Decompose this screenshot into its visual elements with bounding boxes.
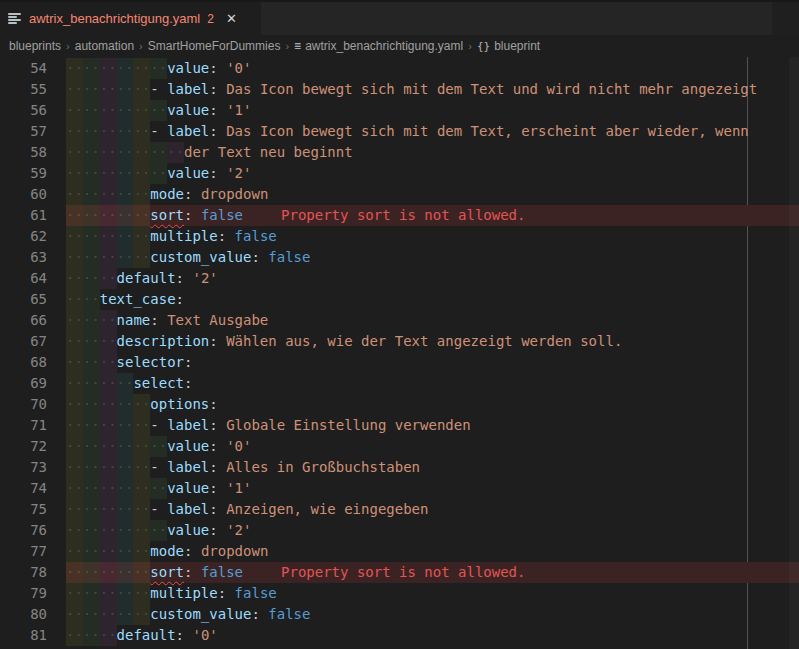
line-number[interactable]: 54 — [0, 58, 66, 79]
indent-guide: ·· — [83, 625, 100, 646]
line-number[interactable]: 77 — [0, 541, 66, 562]
code-line-content[interactable]: ··········sort: falseProperty sort is no… — [66, 205, 799, 226]
code-line[interactable]: 72············value: '0' — [0, 436, 799, 457]
code-line-content[interactable]: ··········multiple: false — [66, 226, 799, 247]
code-line-content[interactable]: ······name: Text Ausgabe — [66, 310, 799, 331]
code-line-content[interactable]: ··········multiple: false — [66, 583, 799, 604]
code-line[interactable]: 81······default: '0' — [0, 625, 799, 646]
indent-guide: ·· — [117, 58, 134, 79]
code-line[interactable]: 64······default: '2' — [0, 268, 799, 289]
line-number[interactable]: 69 — [0, 373, 66, 394]
code-line-content[interactable]: ············value: '1' — [66, 478, 799, 499]
code-line-content[interactable]: ··········mode: dropdown — [66, 184, 799, 205]
code-line-content[interactable]: ············value: '2' — [66, 163, 799, 184]
breadcrumb-item-smarthomefordummies[interactable]: SmartHomeForDummies — [148, 39, 281, 53]
code-line[interactable]: 62··········multiple: false — [0, 226, 799, 247]
breadcrumb-item-blueprint[interactable]: {}blueprint — [477, 39, 540, 53]
indent-guide: ·· — [83, 499, 100, 520]
line-number[interactable]: 68 — [0, 352, 66, 373]
code-line-content[interactable]: ····text_case: — [66, 289, 799, 310]
line-number[interactable]: 64 — [0, 268, 66, 289]
code-line[interactable]: 71··········- label: Globale Einstellung… — [0, 415, 799, 436]
code-line-content[interactable]: ······default: '0' — [66, 625, 799, 646]
line-number[interactable]: 66 — [0, 310, 66, 331]
code-line[interactable]: 65····text_case: — [0, 289, 799, 310]
code-line[interactable]: 70··········options: — [0, 394, 799, 415]
breadcrumb-item-blueprints[interactable]: blueprints — [9, 39, 61, 53]
code-line[interactable]: 58··············der Text neu beginnt — [0, 142, 799, 163]
line-number[interactable]: 78 — [0, 562, 66, 583]
code-line[interactable]: 76············value: '2' — [0, 520, 799, 541]
line-number[interactable]: 60 — [0, 184, 66, 205]
tab-close-icon[interactable]: ✕ — [226, 12, 237, 25]
token: label — [167, 459, 209, 475]
code-line[interactable]: 56············value: '1' — [0, 100, 799, 121]
code-line[interactable]: 60··········mode: dropdown — [0, 184, 799, 205]
code-line[interactable]: 59············value: '2' — [0, 163, 799, 184]
code-line-content[interactable]: ············value: '2' — [66, 520, 799, 541]
scrollbar[interactable] — [789, 57, 799, 649]
editor[interactable]: 54············value: '0'55··········- la… — [0, 57, 799, 649]
breadcrumb-item-awtrix_benachrichtigung.yaml[interactable]: ≡awtrix_benachrichtigung.yaml — [294, 39, 463, 53]
code-line[interactable]: 68······selector: — [0, 352, 799, 373]
indent-guide: ·· — [117, 604, 134, 625]
line-number[interactable]: 67 — [0, 331, 66, 352]
code-line-content[interactable]: ······default: '2' — [66, 268, 799, 289]
code-line-content[interactable]: ··········mode: dropdown — [66, 541, 799, 562]
code-line[interactable]: 55··········- label: Das Icon bewegt sic… — [0, 79, 799, 100]
code-line-content[interactable]: ··········- label: Anzeigen, wie eingege… — [66, 499, 799, 520]
line-number[interactable]: 73 — [0, 457, 66, 478]
code-line-content[interactable]: ··········sort: falseProperty sort is no… — [66, 562, 799, 583]
line-number[interactable]: 62 — [0, 226, 66, 247]
indent-guide: ·· — [133, 142, 150, 163]
line-number[interactable]: 58 — [0, 142, 66, 163]
line-number[interactable]: 57 — [0, 121, 66, 142]
line-number[interactable]: 59 — [0, 163, 66, 184]
line-number[interactable]: 72 — [0, 436, 66, 457]
breadcrumb-item-automation[interactable]: automation — [75, 39, 134, 53]
code-line[interactable]: 78··········sort: falseProperty sort is … — [0, 562, 799, 583]
line-number[interactable]: 71 — [0, 415, 66, 436]
line-number[interactable]: 75 — [0, 499, 66, 520]
line-number[interactable]: 63 — [0, 247, 66, 268]
code-line[interactable]: 75··········- label: Anzeigen, wie einge… — [0, 499, 799, 520]
line-number[interactable]: 76 — [0, 520, 66, 541]
line-number[interactable]: 80 — [0, 604, 66, 625]
code-line-content[interactable]: ··········- label: Das Icon bewegt sich … — [66, 121, 799, 142]
line-number[interactable]: 81 — [0, 625, 66, 646]
code-line-content[interactable]: ··············der Text neu beginnt — [66, 142, 799, 163]
code-line[interactable]: 73··········- label: Alles in Großbuchst… — [0, 457, 799, 478]
code-line[interactable]: 74············value: '1' — [0, 478, 799, 499]
code-line[interactable]: 63··········custom_value: false — [0, 247, 799, 268]
code-line-content[interactable]: ············value: '0' — [66, 436, 799, 457]
code-line-content[interactable]: ············value: '1' — [66, 100, 799, 121]
tab-awtrix-benachrichtigung[interactable]: awtrix_benachrichtigung.yaml 2 ✕ — [0, 2, 262, 35]
line-number[interactable]: 70 — [0, 394, 66, 415]
code-line-content[interactable]: ······description: Wählen aus, wie der T… — [66, 331, 799, 352]
braces-icon: {} — [477, 40, 490, 53]
code-line-content[interactable]: ··········- label: Das Icon bewegt sich … — [66, 79, 799, 100]
code-line-content[interactable]: ··········- label: Globale Einstellung v… — [66, 415, 799, 436]
code-line[interactable]: 61··········sort: falseProperty sort is … — [0, 205, 799, 226]
code-line-content[interactable]: ············value: '0' — [66, 58, 799, 79]
code-line-content[interactable]: ··········custom_value: false — [66, 604, 799, 625]
line-number[interactable]: 55 — [0, 79, 66, 100]
code-line-content[interactable]: ··········options: — [66, 394, 799, 415]
line-number[interactable]: 61 — [0, 205, 66, 226]
code-line-content[interactable]: ········select: — [66, 373, 799, 394]
code-line[interactable]: 80··········custom_value: false — [0, 604, 799, 625]
code-line[interactable]: 57··········- label: Das Icon bewegt sic… — [0, 121, 799, 142]
line-number[interactable]: 79 — [0, 583, 66, 604]
code-line-content[interactable]: ······selector: — [66, 352, 799, 373]
code-line[interactable]: 77··········mode: dropdown — [0, 541, 799, 562]
line-number[interactable]: 65 — [0, 289, 66, 310]
code-line-content[interactable]: ··········- label: Alles in Großbuchstab… — [66, 457, 799, 478]
code-line-content[interactable]: ··········custom_value: false — [66, 247, 799, 268]
line-number[interactable]: 74 — [0, 478, 66, 499]
code-line[interactable]: 67······description: Wählen aus, wie der… — [0, 331, 799, 352]
line-number[interactable]: 56 — [0, 100, 66, 121]
code-line[interactable]: 69········select: — [0, 373, 799, 394]
code-line[interactable]: 66······name: Text Ausgabe — [0, 310, 799, 331]
code-line[interactable]: 54············value: '0' — [0, 58, 799, 79]
code-line[interactable]: 79··········multiple: false — [0, 583, 799, 604]
